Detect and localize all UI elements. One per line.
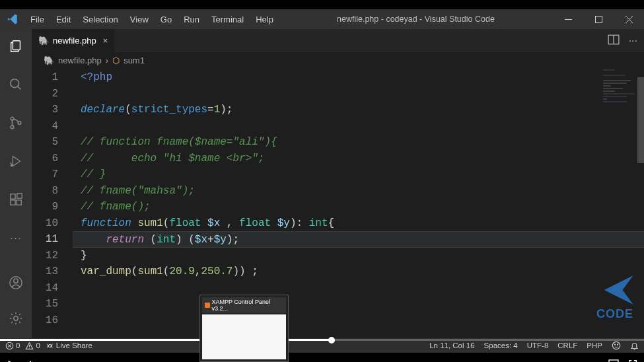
status-lang[interactable]: PHP — [587, 342, 602, 349]
split-editor-icon[interactable] — [608, 34, 620, 48]
status-liveshare[interactable]: Live Share — [46, 342, 92, 350]
svg-point-13 — [14, 279, 18, 283]
svg-point-18 — [612, 342, 620, 349]
minimize-button[interactable] — [553, 9, 583, 29]
svg-rect-8 — [11, 194, 15, 199]
tab-file[interactable]: 🐘 newfile.php × — [32, 29, 115, 52]
svg-point-17 — [48, 344, 51, 347]
svg-point-3 — [11, 79, 19, 88]
tab-close-button[interactable]: × — [103, 36, 108, 46]
status-eol[interactable]: CRLF — [557, 342, 577, 349]
extensions-icon[interactable] — [0, 189, 32, 210]
menu-selection[interactable]: Selection — [77, 12, 123, 27]
status-feedback-icon[interactable] — [612, 341, 621, 350]
run-debug-icon[interactable] — [0, 151, 32, 172]
menu-view[interactable]: View — [125, 12, 154, 27]
maximize-button[interactable] — [583, 9, 614, 29]
video-seek-bar[interactable] — [0, 339, 644, 341]
thumbnail-preview — [202, 314, 286, 359]
breadcrumb-separator: › — [106, 55, 108, 65]
window-title: newfile.php - codeyad - Visual Studio Co… — [279, 15, 553, 24]
thumbnail-title: XAMPP Control Panel v3.2... — [212, 299, 283, 312]
menu-go[interactable]: Go — [155, 12, 177, 27]
close-button[interactable] — [614, 9, 644, 29]
svg-rect-0 — [565, 19, 572, 20]
svg-point-7 — [11, 164, 13, 167]
activity-overflow-icon[interactable]: ··· — [0, 227, 32, 248]
svg-point-19 — [615, 344, 616, 345]
svg-point-6 — [18, 122, 21, 125]
menu-help[interactable]: Help — [250, 12, 279, 27]
status-errors[interactable]: 0 — [5, 342, 20, 350]
line-gutter: 1 2 3 4 5 6 7 8 9 10 11 12 13 14 15 16 — [32, 68, 70, 338]
svg-point-14 — [14, 316, 18, 320]
svg-rect-1 — [595, 16, 602, 22]
menu-terminal[interactable]: Terminal — [206, 12, 249, 27]
tab-file-name: newfile.php — [53, 36, 96, 46]
play-button[interactable] — [7, 359, 16, 362]
status-warnings[interactable]: 0 — [25, 342, 40, 350]
minimap[interactable] — [603, 69, 643, 116]
status-spaces[interactable]: Spaces: 4 — [484, 342, 518, 349]
fullscreen-button[interactable] — [628, 359, 637, 362]
svg-point-5 — [11, 126, 14, 129]
breadcrumb-file[interactable]: newfile.php — [58, 55, 102, 65]
search-icon[interactable] — [0, 74, 32, 95]
code-editor[interactable]: 1 2 3 4 5 6 7 8 9 10 11 12 13 14 15 16 <… — [32, 68, 644, 338]
vscode-logo-icon — [0, 13, 25, 25]
menu-run[interactable]: Run — [178, 12, 205, 27]
svg-rect-10 — [17, 200, 21, 205]
breadcrumb-file-icon: 🐘 — [44, 55, 54, 65]
svg-rect-11 — [17, 194, 22, 198]
account-icon[interactable] — [0, 272, 32, 293]
menu-file[interactable]: File — [25, 12, 50, 27]
menu-edit[interactable]: Edit — [51, 12, 76, 27]
code-content[interactable]: <?php declare(strict_types=1); // functi… — [70, 68, 644, 338]
xampp-icon — [205, 303, 210, 308]
breadcrumb-symbol-icon: ⬡ — [112, 55, 120, 65]
svg-point-20 — [617, 344, 618, 345]
seek-knob[interactable] — [328, 337, 335, 344]
more-actions-icon[interactable]: ··· — [629, 35, 637, 47]
breadcrumb-symbol[interactable]: sum1 — [124, 55, 145, 65]
vertical-scrollbar[interactable] — [637, 77, 644, 163]
php-file-icon: 🐘 — [38, 36, 49, 46]
svg-rect-2 — [13, 41, 20, 50]
svg-rect-9 — [11, 200, 15, 205]
status-encoding[interactable]: UTF-8 — [527, 342, 549, 349]
volume-button[interactable] — [25, 359, 36, 362]
settings-icon[interactable] — [0, 308, 32, 329]
svg-point-4 — [11, 117, 14, 120]
status-bell-icon[interactable] — [630, 342, 639, 350]
taskbar-thumbnail[interactable]: XAMPP Control Panel v3.2... — [199, 295, 289, 362]
pip-button[interactable] — [608, 359, 619, 362]
status-lncol[interactable]: Ln 11, Col 16 — [429, 342, 474, 349]
source-control-icon[interactable] — [0, 112, 32, 133]
explorer-icon[interactable] — [0, 36, 32, 57]
